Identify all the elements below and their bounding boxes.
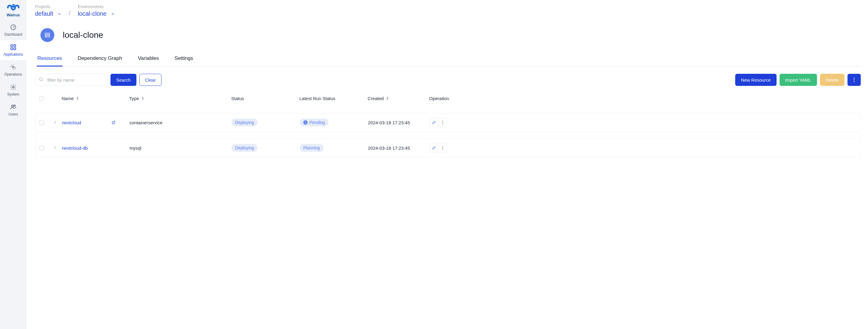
import-yaml-button[interactable]: Import YAML	[780, 74, 817, 86]
main-content: Projects default / Environments local-cl…	[27, 0, 868, 329]
sidebar-item-label: Users	[8, 112, 18, 116]
edit-icon	[432, 146, 436, 150]
external-link-icon[interactable]	[112, 120, 116, 125]
svg-point-9	[12, 86, 14, 88]
sort-icon[interactable]: ▲▼	[76, 97, 79, 100]
row-checkbox[interactable]	[39, 146, 44, 150]
col-header-status: Status	[231, 96, 244, 101]
sort-icon[interactable]: ▲▼	[142, 97, 144, 100]
vertical-dots-icon	[854, 77, 855, 82]
delete-button[interactable]: Delete	[820, 74, 844, 86]
row-checkbox[interactable]	[39, 120, 44, 125]
chevron-down-icon	[111, 12, 115, 16]
users-icon	[10, 104, 17, 110]
dashboard-icon	[10, 24, 17, 31]
svg-point-19	[442, 122, 443, 123]
tab-settings[interactable]: Settings	[174, 55, 193, 66]
svg-point-23	[442, 149, 443, 150]
environment-icon	[40, 28, 54, 42]
breadcrumb-project: Projects default	[35, 4, 62, 17]
sidebar-item-label: System	[7, 92, 19, 97]
sidebar-item-label: Applications	[4, 52, 23, 57]
table-header: Name ▲▼ Type ▲▼ Status Latest Run Status…	[35, 90, 861, 106]
row-more-button[interactable]	[438, 118, 447, 127]
breadcrumb-separator: /	[69, 10, 71, 17]
brand-name: Walrus	[7, 13, 20, 17]
svg-point-21	[442, 146, 443, 147]
resources-table: Name ▲▼ Type ▲▼ Status Latest Run Status…	[35, 90, 861, 157]
svg-point-11	[14, 105, 16, 106]
sidebar-item-users[interactable]: Users	[0, 100, 27, 120]
clear-button[interactable]: Clear	[140, 74, 162, 86]
chevron-down-icon	[57, 12, 62, 16]
resource-type: mysql	[129, 145, 141, 150]
page-title: local-clone	[63, 30, 103, 40]
svg-point-2	[14, 5, 14, 6]
svg-point-10	[11, 105, 13, 107]
svg-rect-12	[45, 33, 50, 35]
right-actions: New Resource Import YAML Delete	[735, 74, 861, 86]
row-operations	[430, 143, 447, 153]
select-all-checkbox[interactable]	[39, 96, 44, 101]
breadcrumb-env-label: Environments	[78, 4, 115, 9]
col-header-name[interactable]: Name	[62, 96, 74, 101]
table-row: nextcloud containerservice Deploying i P…	[35, 113, 861, 132]
info-icon: i	[303, 120, 308, 125]
search-icon	[39, 77, 43, 83]
run-status-badge: Planning	[300, 144, 323, 152]
svg-rect-5	[14, 45, 16, 47]
row-more-button[interactable]	[438, 144, 447, 152]
vertical-dots-icon	[442, 146, 443, 150]
sort-icon[interactable]: ▲▼	[386, 97, 389, 100]
status-badge: Deploying	[231, 118, 257, 127]
svg-rect-7	[14, 48, 16, 50]
svg-point-0	[12, 4, 16, 8]
svg-point-18	[442, 120, 443, 121]
col-header-type[interactable]: Type	[129, 96, 139, 101]
svg-rect-4	[11, 45, 13, 47]
breadcrumb-project-label: Projects	[35, 4, 62, 9]
tab-variables[interactable]: Variables	[137, 55, 160, 66]
sidebar-nav: Dashboard Applications Operations System	[0, 20, 27, 120]
breadcrumb-project-selector[interactable]: default	[35, 10, 62, 17]
resource-type: containerservice	[129, 120, 162, 125]
created-timestamp: 2024-03-18 17:23:45	[368, 120, 410, 125]
filter-input[interactable]	[35, 74, 107, 86]
applications-icon	[10, 44, 17, 51]
expand-toggle[interactable]	[53, 145, 57, 150]
expand-toggle[interactable]	[53, 120, 57, 124]
edit-button[interactable]	[430, 144, 438, 152]
sidebar-item-applications[interactable]: Applications	[0, 40, 27, 60]
search-button[interactable]: Search	[111, 74, 136, 86]
svg-point-8	[12, 66, 14, 68]
sidebar: Walrus Dashboard Applications Operations	[0, 0, 27, 329]
breadcrumb: Projects default / Environments local-cl…	[35, 4, 861, 17]
action-bar: Search Clear New Resource Import YAML De…	[35, 74, 861, 86]
status-badge: Deploying	[231, 144, 257, 152]
sidebar-item-label: Operations	[4, 72, 22, 77]
sidebar-item-system[interactable]: System	[0, 80, 27, 100]
col-header-created[interactable]: Created	[368, 96, 383, 101]
new-resource-button[interactable]: New Resource	[735, 74, 776, 86]
svg-point-22	[442, 147, 443, 148]
svg-rect-6	[11, 48, 13, 50]
more-actions-button[interactable]	[847, 74, 861, 86]
sidebar-item-dashboard[interactable]: Dashboard	[0, 20, 27, 40]
filter-box	[35, 74, 107, 86]
resource-name-link[interactable]: nextcloud-db	[62, 145, 88, 150]
walrus-logo-icon	[6, 3, 21, 12]
gear-icon	[10, 84, 17, 90]
edit-icon	[432, 120, 436, 125]
svg-point-1	[12, 5, 13, 6]
brand-logo[interactable]: Walrus	[0, 2, 27, 20]
breadcrumb-env-selector[interactable]: local-clone	[78, 10, 115, 17]
resource-name-link[interactable]: nextcloud	[62, 120, 81, 125]
edit-button[interactable]	[430, 118, 438, 127]
sidebar-item-operations[interactable]: Operations	[0, 60, 27, 80]
svg-point-14	[39, 78, 42, 80]
operations-icon	[10, 64, 17, 71]
run-status-badge: i Pending	[300, 118, 329, 127]
created-timestamp: 2024-03-18 17:23:45	[368, 145, 410, 150]
tab-resources[interactable]: Resources	[37, 55, 62, 66]
tab-dependency-graph[interactable]: Dependency Graph	[77, 55, 123, 66]
